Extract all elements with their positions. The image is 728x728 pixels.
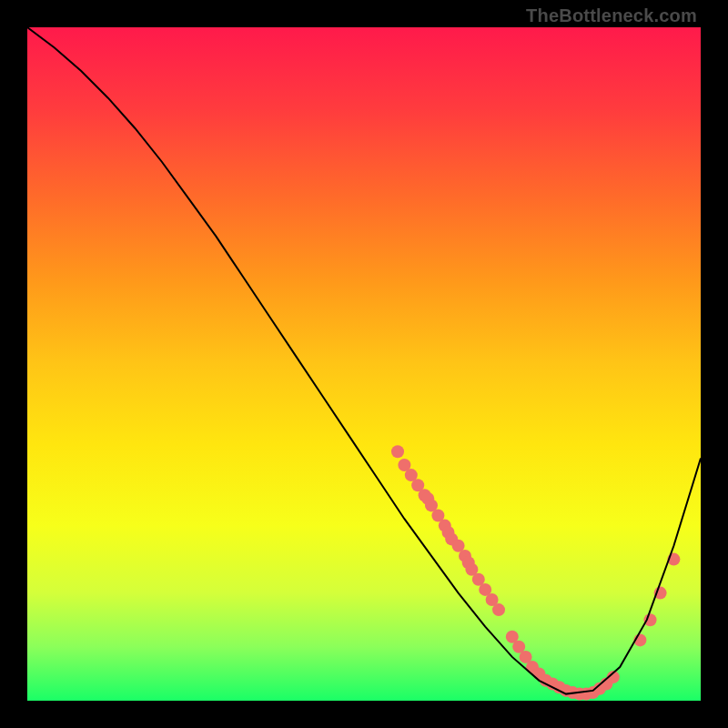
data-marker	[644, 613, 657, 626]
curve-line	[27, 27, 701, 694]
chart-svg	[27, 27, 701, 701]
watermark-text: TheBottleneck.com	[526, 5, 697, 26]
plot-area	[27, 27, 701, 701]
data-marker	[492, 603, 505, 616]
chart-frame: TheBottleneck.com	[0, 0, 728, 728]
markers-group	[391, 445, 680, 700]
data-marker	[391, 445, 404, 458]
